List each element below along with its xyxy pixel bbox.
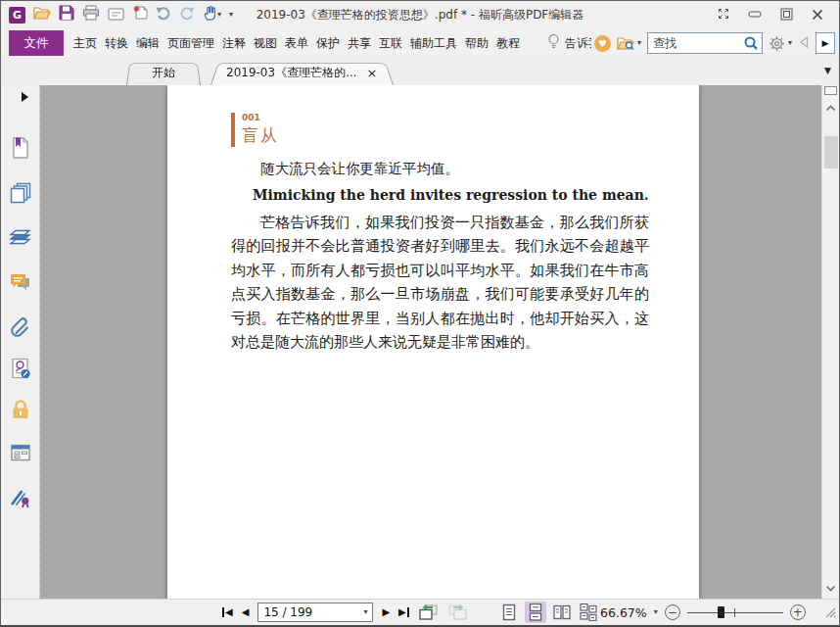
menu-tab-form[interactable]: 表单 bbox=[281, 30, 312, 57]
menu-tab-organize[interactable]: 页面管理 bbox=[163, 30, 218, 57]
last-page-button[interactable]: ▶ bbox=[398, 607, 409, 617]
form-fields-panel-button[interactable] bbox=[9, 441, 32, 464]
vertical-scrollbar[interactable] bbox=[821, 85, 839, 599]
zoom-level-value[interactable]: 66.67% bbox=[600, 605, 647, 620]
continuous-facing-view-button[interactable] bbox=[578, 602, 599, 623]
close-icon bbox=[812, 6, 823, 24]
search-magnifier-icon[interactable] bbox=[743, 35, 762, 51]
tab-start[interactable]: 开始 bbox=[126, 61, 201, 85]
view-mode-group bbox=[498, 600, 599, 625]
first-page-icon: ◀ bbox=[225, 607, 233, 617]
attachments-panel-button[interactable] bbox=[9, 314, 32, 338]
print-button[interactable] bbox=[82, 5, 100, 24]
customize-caret-icon: ▾ bbox=[229, 11, 233, 19]
previous-view-icon bbox=[418, 603, 439, 621]
menu-tab-view[interactable]: 视图 bbox=[250, 30, 281, 57]
zoom-group: 66.67% ▾ − + bbox=[600, 600, 806, 625]
zoom-in-button[interactable]: + bbox=[790, 604, 806, 620]
tab-start-label: 开始 bbox=[142, 65, 185, 81]
resize-grip-icon[interactable] bbox=[824, 603, 836, 622]
security-panel-button[interactable] bbox=[9, 398, 32, 421]
next-page-button[interactable]: ▶ bbox=[382, 607, 390, 617]
heart-icon[interactable]: ♥ bbox=[594, 35, 611, 52]
digital-ids-panel-button[interactable] bbox=[9, 357, 32, 380]
quote-english: Mimicking the herd invites regression to… bbox=[253, 187, 649, 203]
menu-tab-home[interactable]: 主页 bbox=[70, 30, 101, 57]
zoom-caret-icon[interactable]: ▾ bbox=[654, 608, 658, 616]
facing-view-button[interactable] bbox=[551, 602, 573, 623]
continuous-view-icon bbox=[528, 603, 543, 621]
app-window: G ▾ bbox=[0, 0, 840, 627]
menu-tab-accessibility[interactable]: 辅助工具 bbox=[406, 30, 461, 57]
signatures-panel-button[interactable] bbox=[9, 485, 32, 508]
hand-tool-icon bbox=[203, 5, 217, 24]
single-page-view-button[interactable] bbox=[498, 602, 520, 623]
create-pdf-star-icon bbox=[132, 5, 148, 24]
create-pdf-button[interactable] bbox=[132, 5, 148, 24]
split-view-button[interactable] bbox=[824, 86, 837, 95]
undo-button[interactable] bbox=[156, 5, 171, 24]
tab-list-caret-icon[interactable]: ▼ bbox=[824, 66, 831, 75]
app-menu-button[interactable]: G bbox=[9, 5, 25, 24]
next-view-icon bbox=[447, 603, 468, 621]
close-button[interactable] bbox=[810, 5, 825, 24]
search-folder-icon[interactable]: ▾ bbox=[617, 36, 641, 51]
expand-toolbar-button[interactable]: ▶ bbox=[816, 32, 835, 54]
single-page-view-icon bbox=[501, 603, 517, 621]
menu-file-button[interactable]: 文件 bbox=[9, 30, 64, 56]
panel-expand-arrow-icon[interactable] bbox=[13, 85, 36, 109]
minimize-button[interactable] bbox=[747, 5, 763, 24]
lightbulb-icon[interactable] bbox=[546, 33, 561, 54]
redo-icon bbox=[179, 6, 195, 24]
customize-toolbar-button[interactable]: ▾ bbox=[229, 5, 233, 24]
previous-page-button[interactable]: ◀ bbox=[242, 607, 250, 617]
next-page-icon: ▶ bbox=[382, 607, 390, 617]
search-folder-caret-icon: ▾ bbox=[637, 39, 641, 47]
first-page-button[interactable]: ◀ bbox=[222, 607, 233, 617]
open-button[interactable] bbox=[33, 5, 51, 24]
scroll-up-icon[interactable] bbox=[825, 97, 836, 116]
redo-button[interactable] bbox=[179, 5, 195, 24]
collapse-left-icon[interactable] bbox=[798, 34, 810, 53]
open-folder-icon bbox=[33, 6, 51, 24]
find-search-input[interactable] bbox=[648, 36, 743, 50]
zoom-slider-handle[interactable] bbox=[718, 606, 724, 618]
scroll-down-icon[interactable] bbox=[825, 577, 836, 596]
menu-tab-edit[interactable]: 编辑 bbox=[132, 30, 163, 57]
tell-me-label[interactable]: 告诉我 bbox=[565, 35, 591, 52]
menu-tab-convert[interactable]: 转换 bbox=[101, 30, 132, 57]
first-page-bar-icon bbox=[222, 607, 224, 617]
fullscreen-button[interactable] bbox=[716, 5, 731, 24]
menu-tab-tutorial[interactable]: 教程 bbox=[492, 30, 524, 57]
save-button[interactable] bbox=[59, 5, 74, 24]
comments-panel-button[interactable] bbox=[9, 271, 32, 295]
next-view-button[interactable] bbox=[447, 603, 468, 621]
navigation-panel-sidebar bbox=[1, 85, 40, 599]
continuous-view-button[interactable] bbox=[525, 602, 546, 623]
settings-gear-button[interactable]: ▾ bbox=[769, 35, 792, 52]
tab-close-icon[interactable]: × bbox=[367, 67, 378, 79]
document-view-area[interactable]: 001 盲从 随大流只会让你更靠近平均值。 Mimicking the herd… bbox=[40, 85, 821, 599]
pdf-page[interactable]: 001 盲从 随大流只会让你更靠近平均值。 Mimicking the herd… bbox=[167, 85, 699, 599]
page-thumbnails-panel-button[interactable] bbox=[9, 181, 32, 205]
menu-tab-share[interactable]: 共享 bbox=[344, 30, 375, 57]
maximize-button[interactable] bbox=[778, 5, 794, 24]
menu-tab-protect[interactable]: 保护 bbox=[312, 30, 344, 57]
hand-tool-button[interactable]: ▾ bbox=[203, 5, 221, 24]
bookmarks-panel-button[interactable] bbox=[9, 136, 32, 160]
menu-tab-help[interactable]: 帮助 bbox=[461, 30, 492, 57]
email-icon bbox=[108, 6, 124, 24]
layers-panel-button[interactable] bbox=[9, 226, 32, 250]
fullscreen-icon bbox=[717, 6, 730, 24]
page-number-caret-icon[interactable]: ▾ bbox=[363, 608, 367, 616]
previous-view-button[interactable] bbox=[418, 603, 439, 621]
menu-tab-connect[interactable]: 互联 bbox=[375, 30, 406, 57]
section-number: 001 bbox=[242, 113, 649, 122]
zoom-slider[interactable] bbox=[687, 603, 783, 622]
email-button[interactable] bbox=[108, 5, 124, 24]
menu-tab-comment[interactable]: 注释 bbox=[218, 30, 250, 57]
scrollbar-thumb[interactable] bbox=[824, 136, 838, 169]
zoom-out-button[interactable]: − bbox=[665, 604, 680, 620]
page-number-box[interactable]: 15 / 199 ▾ bbox=[257, 603, 373, 622]
tab-document[interactable]: 2019-03《查理芒格的... × bbox=[210, 61, 394, 85]
